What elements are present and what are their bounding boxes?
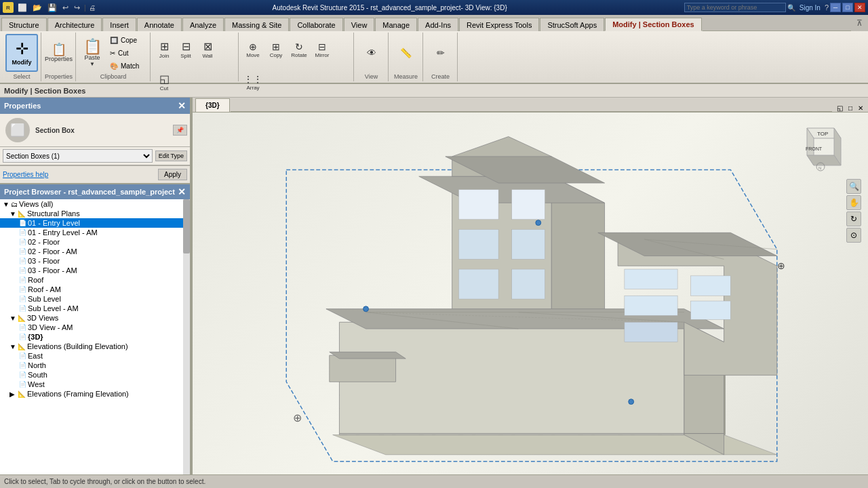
pb-north[interactable]: 📄 North — [0, 361, 183, 370]
pb-east[interactable]: 📄 East — [0, 351, 183, 361]
zoom-btn[interactable]: 🔍 — [846, 179, 861, 194]
building-model: ⊕ ⊕ — [233, 113, 830, 474]
mirror-button[interactable]: ⊟ Mirror — [311, 34, 333, 65]
properties-button[interactable]: 📋 Properties — [47, 37, 71, 69]
print-btn[interactable]: 🖨 — [89, 4, 96, 12]
pb-roof-am[interactable]: 📄 Roof - AM — [0, 285, 183, 294]
vp-restore-btn[interactable]: ◱ — [835, 104, 845, 112]
pb-02-floor-am[interactable]: 📄 02 - Floor - AM — [0, 247, 183, 256]
tab-insert[interactable]: Insert — [102, 18, 136, 31]
move-button[interactable]: ⊕ Move — [242, 34, 264, 65]
viewport[interactable]: {3D} ◱ □ ✕ — [193, 98, 868, 474]
pb-structural-plans[interactable]: ▼ 📐 Structural Plans — [0, 209, 183, 218]
help-icon[interactable]: ? — [825, 3, 829, 12]
vp-close-btn[interactable]: ✕ — [856, 104, 865, 112]
pb-close-btn[interactable]: ✕ — [178, 186, 186, 197]
modify-button[interactable]: ⊹ Modify — [5, 34, 38, 72]
vp-tab-3d[interactable]: {3D} — [195, 98, 230, 112]
pb-3d-active[interactable]: 📄 {3D} — [0, 332, 183, 342]
tab-structure[interactable]: Structure — [1, 18, 47, 31]
pb-content-wrap: ▼ 🗂 Views (all) ▼ 📐 Structural Plans 📄 0… — [0, 199, 190, 474]
prop-filter-select[interactable]: Section Boxes (1) — [3, 149, 153, 163]
tab-strucsoft[interactable]: StrucSoft Apps — [540, 18, 604, 31]
svg-rect-54 — [691, 301, 731, 319]
minimize-btn[interactable]: ─ — [830, 3, 841, 12]
copy-tool-button[interactable]: ⊞ Copy — [265, 34, 287, 65]
svg-point-61 — [629, 399, 634, 405]
svg-rect-37 — [512, 229, 545, 259]
panel-toggle[interactable]: ⊼ — [851, 18, 868, 28]
pb-west[interactable]: 📄 West — [0, 380, 183, 389]
pb-views-all[interactable]: ▼ 🗂 Views (all) — [0, 199, 183, 209]
svg-text:TOP: TOP — [817, 131, 828, 137]
properties-apply-btn[interactable]: Apply — [158, 169, 187, 180]
undo-btn[interactable]: ↩ — [61, 3, 70, 12]
pb-03-floor-am[interactable]: 📄 03 - Floor - AM — [0, 266, 183, 275]
redo-btn[interactable]: ↪ — [73, 3, 81, 12]
rotate-button[interactable]: ↻ Rotate — [288, 34, 310, 65]
pb-elevations-building[interactable]: ▼ 📐 Elevations (Building Elevation) — [0, 342, 183, 351]
tab-view[interactable]: View — [344, 18, 375, 31]
tab-analyze[interactable]: Analyze — [182, 18, 224, 31]
tab-architecture[interactable]: Architecture — [47, 18, 102, 31]
pb-02-floor[interactable]: 📄 02 - Floor — [0, 237, 183, 247]
cope-button[interactable]: 🔲Cope — [106, 34, 147, 46]
pb-sub-level[interactable]: 📄 Sub Level — [0, 294, 183, 304]
cut-geom-button[interactable]: ◱ Cut — [154, 66, 174, 98]
orbit-btn[interactable]: ↻ — [846, 211, 861, 226]
new-btn[interactable]: ⬜ — [16, 3, 28, 12]
tab-massing[interactable]: Massing & Site — [224, 18, 289, 31]
pan-btn[interactable]: ✋ — [846, 195, 861, 210]
properties-panel: Properties ✕ ⬜ Section Box 📌 Section Box… — [0, 98, 191, 184]
tab-manage[interactable]: Manage — [375, 18, 417, 31]
measure-btn[interactable]: 📏 — [395, 37, 417, 68]
prop-edit-type-btn[interactable]: Edit Type — [155, 150, 187, 161]
create-btn[interactable]: ✏ — [430, 37, 452, 68]
sign-in-link[interactable]: Sign In — [797, 4, 823, 12]
vp-maximize-btn[interactable]: □ — [846, 104, 854, 112]
properties-close-btn[interactable]: ✕ — [178, 100, 186, 111]
close-btn[interactable]: ✕ — [854, 3, 865, 12]
pb-south[interactable]: 📄 South — [0, 370, 183, 380]
svg-rect-34 — [458, 190, 498, 220]
cut-button[interactable]: ✂Cut — [106, 47, 147, 59]
pb-3d-views[interactable]: ▼ 📐 3D Views — [0, 313, 183, 323]
properties-help-link[interactable]: Properties help — [3, 171, 48, 178]
match-button[interactable]: 🎨Match — [106, 60, 147, 72]
ribbon-group-modify: ⊕ Move ⊞ Copy ↻ Rotate ⊟ Mirror ⋮⋮ Array… — [239, 33, 354, 81]
paste-button[interactable]: 📋 Paste ▼ — [79, 35, 105, 70]
context-text: Modify | Section Boxes — [4, 87, 85, 95]
search-icon[interactable]: 🔍 — [787, 4, 795, 12]
tab-modify-section-boxes[interactable]: Modify | Section Boxes — [605, 18, 701, 31]
search-box[interactable] — [684, 3, 786, 12]
pb-sub-level-am[interactable]: 📄 Sub Level - AM — [0, 304, 183, 313]
ribbon-group-measure: 📏 Measure — [389, 33, 423, 81]
array-button[interactable]: ⋮⋮ Array — [242, 66, 264, 98]
join-button[interactable]: ⊞ Join — [154, 34, 174, 65]
open-btn[interactable]: 📂 — [31, 3, 43, 12]
full-nav-wheel[interactable]: ⊙ — [846, 228, 861, 243]
pb-3d-view-am[interactable]: 📄 3D View - AM — [0, 323, 183, 332]
viewcube[interactable]: TOP FRONT N — [793, 118, 848, 172]
pb-scroll-thumb[interactable] — [183, 199, 190, 253]
pb-entry-level[interactable]: 📄 01 - Entry Level — [0, 218, 183, 228]
maximize-btn[interactable]: □ — [842, 3, 853, 12]
ribbon-group-select: ⊹ Modify Select — [3, 33, 41, 81]
pb-roof[interactable]: 📄 Roof — [0, 275, 183, 285]
ribbon-group-view: 👁 View — [355, 33, 389, 81]
pb-elevations-framing[interactable]: ▶ 📐 Elevations (Framing Elevation) — [0, 389, 183, 399]
tab-revit-express[interactable]: Revit Express Tools — [459, 18, 539, 31]
pb-03-floor[interactable]: 📄 03 - Floor — [0, 256, 183, 266]
pb-scrollbar[interactable] — [183, 199, 190, 474]
save-btn[interactable]: 💾 — [46, 3, 58, 12]
pb-entry-level-am[interactable]: 📄 01 - Entry Level - AM — [0, 228, 183, 237]
tab-annotate[interactable]: Annotate — [137, 18, 182, 31]
wall-join-button[interactable]: ⊠ Wall — [197, 34, 218, 65]
window-title: Autodesk Revit Structure 2015 - rst_adva… — [96, 4, 684, 12]
view-btn[interactable]: 👁 — [361, 37, 382, 68]
viewport-tabs: {3D} ◱ □ ✕ — [193, 98, 868, 113]
split-button[interactable]: ⊟ Split — [176, 34, 196, 65]
tab-addins[interactable]: Add-Ins — [418, 18, 458, 31]
prop-pin-btn[interactable]: 📌 — [173, 125, 187, 136]
tab-collaborate[interactable]: Collaborate — [290, 18, 342, 31]
